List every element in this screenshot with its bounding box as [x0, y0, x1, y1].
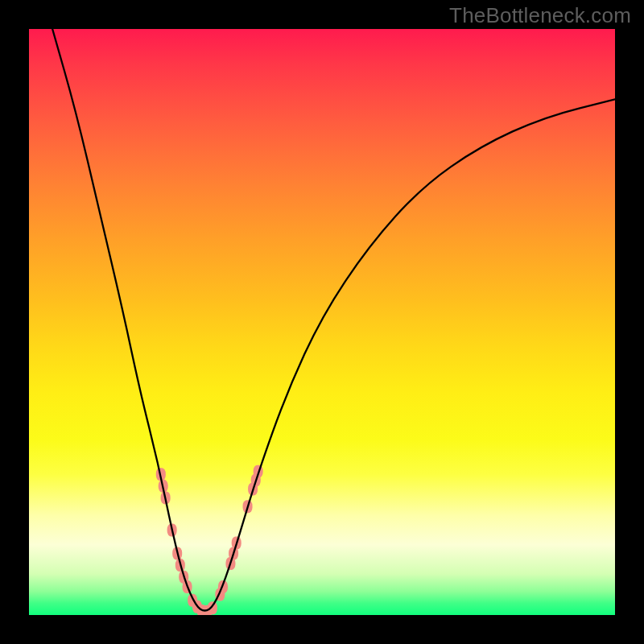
curve-path: [52, 29, 615, 611]
chart-frame: TheBottleneck.com: [0, 0, 644, 644]
chart-svg: [29, 29, 615, 615]
highlighted-points-group: [156, 465, 263, 615]
plot-area: [29, 29, 615, 615]
highlight-point: [208, 601, 217, 614]
watermark-text: TheBottleneck.com: [449, 3, 631, 28]
